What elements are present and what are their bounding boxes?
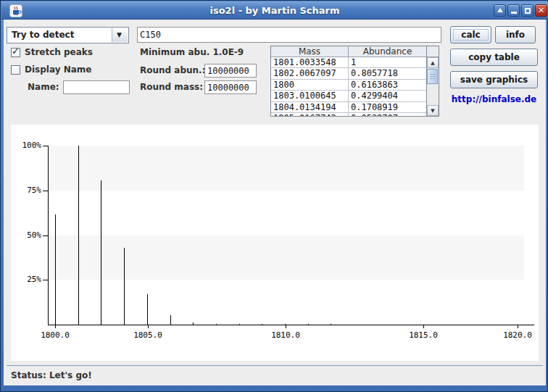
peak-line <box>124 248 125 325</box>
peak-line <box>285 324 286 325</box>
maximize-icon <box>525 8 531 14</box>
isotope-table[interactable]: Mass Abundance 1801.003354811802.0067097… <box>270 46 427 117</box>
table-scrollbar[interactable]: ▲ ▼ <box>427 46 439 117</box>
y-tick-mark <box>43 235 48 236</box>
cell-abundance[interactable]: 1 <box>349 57 426 67</box>
minimize-icon <box>511 12 517 14</box>
table-header[interactable]: Mass Abundance <box>271 46 426 57</box>
display-name-label: Display Name <box>25 64 91 75</box>
stretch-peaks-label: Stretch peaks <box>25 47 93 57</box>
peak-line <box>147 294 148 325</box>
round-mass-input[interactable] <box>204 80 257 94</box>
check-icon: ✓ <box>12 46 20 57</box>
peak-line <box>308 324 309 325</box>
cell-abundance[interactable]: 0.1708919 <box>349 102 426 112</box>
cell-mass[interactable]: 1801.0033548 <box>271 57 349 67</box>
combobox-value: Try to detect <box>12 30 74 40</box>
cell-mass[interactable]: 1802.0067097 <box>271 68 349 78</box>
table-row[interactable]: 1803.01006450.4299404 <box>271 91 426 101</box>
combobox-arrow-button[interactable]: ▼ <box>112 28 128 42</box>
app-window: iso2l - by Martin Scharm ✕ Try to detect… <box>0 0 548 392</box>
arrow-up-icon <box>497 8 503 12</box>
scroll-down-icon: ▼ <box>431 108 434 114</box>
cell-mass[interactable]: 1800 <box>271 80 349 90</box>
stretch-peaks-checkbox[interactable]: ✓ <box>11 48 20 57</box>
peak-line <box>262 324 262 325</box>
round-abun-input[interactable] <box>204 64 257 78</box>
column-header-abundance[interactable]: Abundance <box>349 46 426 57</box>
table-row[interactable]: 1805.01677430.0539707 <box>271 113 426 117</box>
table-row[interactable]: 1802.00670970.8057718 <box>271 68 426 79</box>
cell-abundance[interactable]: 0.6163863 <box>349 80 426 90</box>
chart-band <box>48 235 524 280</box>
x-tick-mark <box>148 325 149 328</box>
y-tick-label: 50% <box>15 230 41 240</box>
spectrum-chart: 100%75%50%25%1800.01805.01810.01815.0182… <box>11 125 539 361</box>
cell-mass[interactable]: 1804.0134194 <box>271 102 349 112</box>
x-tick-mark <box>55 325 56 328</box>
peak-line <box>101 180 101 325</box>
scroll-up-icon: ▲ <box>431 60 434 66</box>
peak-line <box>78 146 79 325</box>
y-tick-label: 100% <box>15 141 41 150</box>
shade-window-button[interactable] <box>494 4 506 17</box>
table-row[interactable]: 1804.01341940.1708919 <box>271 102 426 113</box>
status-text: Status: Let's go! <box>11 370 92 380</box>
binfalse-link[interactable]: http://binfalse.de <box>450 94 538 104</box>
peak-line <box>193 322 194 325</box>
peak-line <box>55 214 56 325</box>
x-tick-label: 1815.0 <box>406 330 441 340</box>
x-tick-label: 1800.0 <box>38 330 72 340</box>
minimum-abu-label: Minimum abu. 1.0E-9 <box>140 47 244 57</box>
x-tick-mark <box>286 325 286 328</box>
peak-line <box>216 324 217 325</box>
table-body: 1801.003354811802.00670970.805771818000.… <box>271 57 426 117</box>
table-row[interactable]: 18000.6163863 <box>271 80 426 91</box>
scrollbar-corner <box>427 46 439 57</box>
name-label: Name: <box>28 82 59 92</box>
formula-input[interactable] <box>137 27 441 43</box>
cell-mass[interactable]: 1805.0167743 <box>271 113 349 117</box>
y-tick-mark <box>43 191 48 191</box>
peak-line <box>239 324 240 325</box>
table-row[interactable]: 1801.00335481 <box>271 57 426 68</box>
cell-abundance[interactable]: 0.8057718 <box>349 68 426 78</box>
chart-band <box>48 146 524 191</box>
scroll-down-button[interactable]: ▼ <box>427 105 439 116</box>
cell-mass[interactable]: 1803.0100645 <box>271 91 349 101</box>
peak-line <box>331 324 331 325</box>
display-name-checkbox[interactable] <box>11 65 20 75</box>
mode-combobox[interactable]: Try to detect ▼ <box>7 27 129 43</box>
x-tick-mark <box>518 325 518 328</box>
peak-line <box>170 315 171 325</box>
minimize-button[interactable] <box>507 4 520 17</box>
scrollbar-thumb[interactable] <box>427 69 438 84</box>
scrollbar-grip-icon <box>430 74 436 80</box>
y-tick-mark <box>43 280 48 280</box>
x-axis-line <box>48 325 534 325</box>
y-tick-label: 25% <box>15 275 41 284</box>
calc-button[interactable]: calc <box>450 26 491 43</box>
info-button[interactable]: info <box>495 26 536 43</box>
y-axis-line <box>48 146 49 325</box>
scroll-up-button[interactable]: ▲ <box>427 57 439 68</box>
column-header-mass[interactable]: Mass <box>271 46 349 57</box>
x-tick-label: 1810.0 <box>268 330 303 340</box>
save-graphics-button[interactable]: save graphics <box>450 71 538 88</box>
maximize-button[interactable] <box>521 4 534 17</box>
titlebar[interactable]: iso2l - by Martin Scharm ✕ <box>1 1 548 20</box>
cell-abundance[interactable]: 0.4299404 <box>349 91 426 101</box>
window-title: iso2l - by Martin Scharm <box>1 5 548 16</box>
cell-abundance[interactable]: 0.0539707 <box>349 113 426 117</box>
round-abun-label: Round abun.: <box>140 65 205 75</box>
statusbar-separator <box>7 365 543 366</box>
close-button[interactable]: ✕ <box>535 4 547 17</box>
y-tick-label: 75% <box>15 185 41 195</box>
copy-table-button[interactable]: copy table <box>450 49 538 66</box>
name-input[interactable] <box>63 80 130 94</box>
x-tick-label: 1805.0 <box>130 330 165 340</box>
round-mass-label: Round mass: <box>140 82 203 92</box>
x-tick-mark <box>423 325 424 328</box>
close-icon: ✕ <box>536 6 547 15</box>
chevron-down-icon: ▼ <box>117 31 122 38</box>
